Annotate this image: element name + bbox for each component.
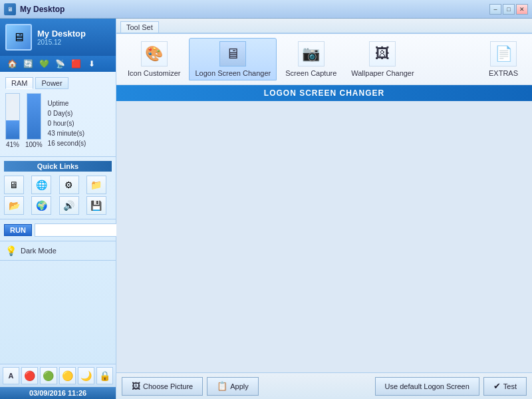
bottom-icon-moon[interactable]: 🌙 <box>78 367 94 384</box>
sidebar: 🖥 My Desktop 2015.12 🏠 🔄 💚 📡 🟥 ⬇ RAM Pow… <box>0 19 116 399</box>
profile-version: 2015.12 <box>37 39 86 46</box>
run-area: RUN <box>0 219 116 241</box>
ram-label: 41% <box>6 141 19 148</box>
test-button[interactable]: ✔ Test <box>483 377 527 396</box>
run-button[interactable]: RUN <box>4 224 32 236</box>
bottom-icon-lock[interactable]: 🔒 <box>96 367 113 384</box>
power-bar-bg <box>27 93 41 140</box>
maximize-button[interactable]: □ <box>503 4 515 15</box>
choose-picture-icon: 🖼 <box>132 381 140 391</box>
uptime-line-3: 16 second(s) <box>48 138 110 148</box>
stats-area: RAM Power 41% 100% Uptime <box>0 72 116 157</box>
wallpaper-changer-label: Wallpaper Changer <box>351 69 414 77</box>
ram-bar-container: 41% <box>5 93 20 148</box>
use-default-button[interactable]: Use default Logon Screen <box>375 377 479 396</box>
quick-links-grid: 🖥 🌐 ⚙ 📁 📂 🌍 🔊 💾 <box>4 176 112 215</box>
content-header: LOGON SCREEN CHANGER <box>116 85 532 101</box>
ram-bar-fill <box>6 120 19 139</box>
uptime-title: Uptime <box>48 98 110 108</box>
bottom-icons-row: A 🔴 🟢 🟡 🌙 🔒 <box>0 364 116 387</box>
tool-extras[interactable]: 📄 EXTRAS <box>480 38 527 80</box>
extras-icon: 📄 <box>490 41 517 66</box>
refresh-icon-btn[interactable]: 🔄 <box>21 58 35 70</box>
test-label: Test <box>503 382 517 390</box>
ql-btn-1[interactable]: 🌐 <box>31 176 51 194</box>
bottom-icon-red[interactable]: 🔴 <box>21 367 38 384</box>
tool-wallpaper-changer[interactable]: 🖼 Wallpaper Changer <box>345 38 420 80</box>
toolset-label: Tool Set <box>120 21 159 33</box>
tool-logon-screen-changer[interactable]: 🖥 Logon Screen Changer <box>189 38 277 80</box>
power-label: 100% <box>25 141 43 148</box>
stats-tabs: RAM Power <box>5 77 110 89</box>
ql-btn-3[interactable]: 📁 <box>86 176 106 194</box>
ql-btn-6[interactable]: 🔊 <box>59 196 79 215</box>
ql-btn-2[interactable]: ⚙ <box>59 176 79 194</box>
action-bar: 🖼 Choose Picture 📋 Apply Use default Log… <box>116 372 532 399</box>
logon-screen-icon: 🖥 <box>219 41 246 66</box>
window-controls: – □ ✕ <box>489 4 528 15</box>
extras-label: EXTRAS <box>489 69 518 77</box>
main-container: 🖥 My Desktop 2015.12 🏠 🔄 💚 📡 🟥 ⬇ RAM Pow… <box>0 19 532 399</box>
profile-icons-row: 🏠 🔄 💚 📡 🟥 ⬇ <box>0 56 116 72</box>
choose-picture-button[interactable]: 🖼 Choose Picture <box>122 377 203 396</box>
icon-customizer-icon: 🎨 <box>141 41 168 66</box>
dark-mode-icon: 💡 <box>5 245 17 256</box>
home-icon-btn[interactable]: 🏠 <box>5 58 19 70</box>
uptime-line-1: 0 hour(s) <box>48 118 110 128</box>
content-area: LOGON SCREEN CHANGER <box>116 85 532 372</box>
bottom-icon-yellow[interactable]: 🟡 <box>59 367 76 384</box>
dark-mode-label: Dark Mode <box>21 247 57 255</box>
power-tab[interactable]: Power <box>35 77 68 89</box>
stats-row: 41% 100% Uptime 0 Day(s) 0 hour(s) 43 mi… <box>5 93 110 148</box>
profile-info: My Desktop 2015.12 <box>37 29 86 46</box>
apply-icon: 📋 <box>217 381 227 391</box>
toolset-bar: Tool Set <box>116 19 532 34</box>
right-panel: Tool Set 🎨 Icon Customizer 🖥 Logon Scree… <box>116 19 532 399</box>
tools-spacer <box>423 38 477 80</box>
content-body <box>116 101 532 372</box>
app-icon: 🖥 <box>4 3 16 15</box>
red-icon-btn[interactable]: 🟥 <box>69 58 82 70</box>
bottom-icon-a[interactable]: A <box>3 367 19 384</box>
dark-mode-row[interactable]: 💡 Dark Mode <box>0 241 116 261</box>
ram-bar-bg <box>5 93 20 140</box>
bottom-icon-green[interactable]: 🟢 <box>40 367 57 384</box>
tools-row: 🎨 Icon Customizer 🖥 Logon Screen Changer… <box>116 34 532 85</box>
apply-button[interactable]: 📋 Apply <box>207 377 259 396</box>
window-title: My Desktop <box>20 5 489 14</box>
tool-screen-capture[interactable]: 📷 Screen Capture <box>279 38 342 80</box>
choose-picture-label: Choose Picture <box>143 382 193 390</box>
uptime-line-2: 43 minute(s) <box>48 128 110 138</box>
ql-btn-7[interactable]: 💾 <box>86 196 106 215</box>
screen-capture-icon: 📷 <box>298 41 325 66</box>
ql-btn-4[interactable]: 📂 <box>4 196 24 215</box>
ql-btn-5[interactable]: 🌍 <box>31 196 51 215</box>
download-icon-btn[interactable]: ⬇ <box>85 58 98 70</box>
quick-links: Quick Links 🖥 🌐 ⚙ 📁 📂 🌍 🔊 💾 <box>0 157 116 219</box>
tool-icon-customizer[interactable]: 🎨 Icon Customizer <box>122 38 186 80</box>
logon-screen-label: Logon Screen Changer <box>195 69 271 77</box>
green-icon-btn[interactable]: 💚 <box>37 58 51 70</box>
profile-name: My Desktop <box>37 29 86 39</box>
uptime-col: Uptime 0 Day(s) 0 hour(s) 43 minute(s) 1… <box>48 98 110 148</box>
title-bar: 🖥 My Desktop – □ ✕ <box>0 0 532 19</box>
test-icon: ✔ <box>493 381 501 391</box>
close-button[interactable]: ✕ <box>516 4 528 15</box>
datetime-bar: 03/09/2016 11:26 <box>0 387 116 399</box>
ql-btn-0[interactable]: 🖥 <box>4 176 24 194</box>
minimize-button[interactable]: – <box>489 4 501 15</box>
ram-tab[interactable]: RAM <box>5 77 33 89</box>
screen-capture-label: Screen Capture <box>285 69 336 77</box>
power-bar-fill <box>27 94 41 139</box>
apply-label: Apply <box>230 382 249 390</box>
power-bar-container: 100% <box>25 93 43 148</box>
avatar: 🖥 <box>5 24 32 51</box>
quick-links-title: Quick Links <box>4 161 112 172</box>
icon-customizer-label: Icon Customizer <box>128 69 180 77</box>
sidebar-spacer <box>0 261 116 364</box>
use-default-label: Use default Logon Screen <box>385 382 469 390</box>
wallpaper-changer-icon: 🖼 <box>369 41 396 66</box>
profile-area: 🖥 My Desktop 2015.12 <box>0 19 116 56</box>
signal-icon-btn[interactable]: 📡 <box>53 58 66 70</box>
uptime-line-0: 0 Day(s) <box>48 108 110 118</box>
